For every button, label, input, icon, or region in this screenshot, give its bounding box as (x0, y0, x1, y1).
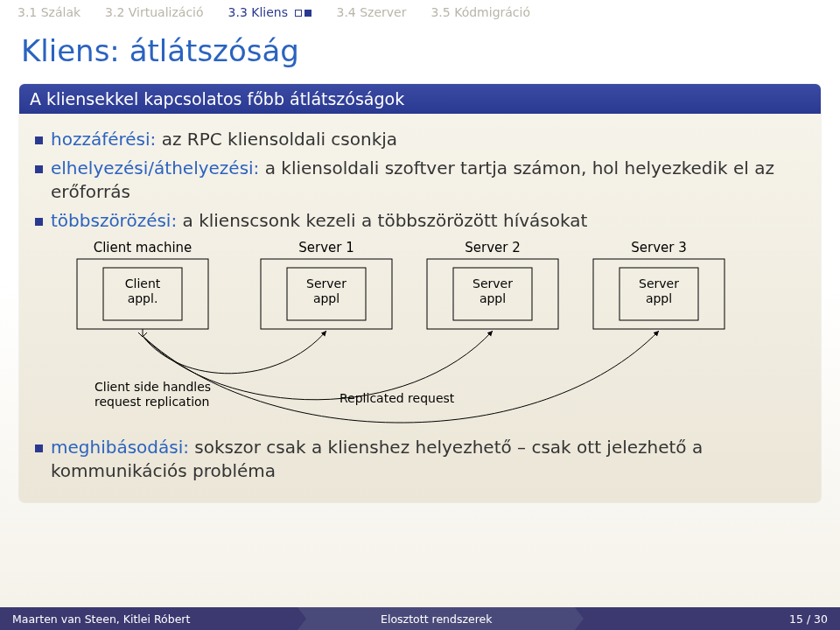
nav-item-threads[interactable]: 3.1 Szálak (18, 5, 80, 19)
diag-caption-right: Replicated request (340, 391, 455, 405)
content-block-title: A kliensekkel kapcsolatos főbb átlátszós… (19, 84, 821, 114)
bullet-replication: többszörözési: a klienscsonk kezeli a tö… (32, 209, 808, 430)
svg-text:appl: appl (646, 291, 672, 305)
content-block: A kliensekkel kapcsolatos főbb átlátszós… (19, 84, 821, 502)
nav-item-client[interactable]: 3.3 Kliens (228, 5, 312, 19)
bullet-list: hozzáférési: az RPC kliensoldali csonkja… (32, 128, 808, 483)
diag-caption-left-1: Client side handles (94, 380, 211, 394)
svg-text:Server: Server (639, 276, 679, 290)
nav-item-codemigration[interactable]: 3.5 Kódmigráció (430, 5, 530, 19)
bullet-location: elhelyezési/áthelyezési: a kliensoldali … (32, 157, 808, 204)
nav-item-virtualization[interactable]: 3.2 Virtualizáció (105, 5, 203, 19)
svg-text:Server: Server (472, 276, 513, 290)
svg-text:appl: appl (313, 291, 340, 305)
footer-course: Elosztott rendszerek (298, 607, 575, 630)
nav-progress-indicator (295, 10, 312, 17)
page-title: Kliens: átlátszóság (0, 26, 840, 72)
diag-box-s1: Server appl (261, 259, 392, 329)
bullet-rest: a klienscsonk kezeli a többszörözött hív… (177, 210, 587, 231)
svg-text:appl.: appl. (128, 291, 158, 305)
footer-page: 15 / 30 (575, 607, 840, 630)
footer-authors: Maarten van Steen, Kitlei Róbert (0, 607, 298, 630)
diag-col-client: Client machine (94, 240, 192, 256)
svg-text:appl: appl (480, 291, 506, 305)
nav-item-client-label: 3.3 Kliens (228, 5, 288, 19)
bullet-failure: meghibásodási: sokszor csak a klienshez … (32, 436, 808, 483)
diag-arc-3 (143, 331, 659, 423)
bullet-term: elhelyezési/áthelyezési: (51, 158, 259, 178)
svg-text:Server: Server (306, 276, 346, 290)
bullet-access: hozzáférési: az RPC kliensoldali csonkja (32, 128, 808, 151)
nav-dot-open (295, 10, 302, 17)
nav-dot-filled (304, 10, 312, 17)
diag-caption-left-2: request replication (94, 395, 210, 409)
bullet-term: hozzáférési: (51, 129, 156, 150)
section-nav: 3.1 Szálak 3.2 Virtualizáció 3.3 Kliens … (0, 0, 840, 26)
replication-diagram: Client machine Server 1 Server 2 Server … (51, 238, 808, 430)
bullet-rest: az RPC kliensoldali csonkja (156, 129, 397, 150)
diag-col-s2: Server 2 (465, 240, 521, 256)
diag-box-s2: Server appl (427, 259, 558, 329)
bullet-term: többszörözési: (51, 210, 177, 231)
svg-text:Client: Client (125, 276, 161, 290)
diag-col-s3: Server 3 (631, 240, 687, 256)
diag-col-s1: Server 1 (298, 240, 354, 256)
bullet-term: meghibásodási: (51, 437, 189, 458)
diag-box-client: Client appl. (77, 259, 208, 329)
nav-item-server[interactable]: 3.4 Szerver (336, 5, 406, 19)
slide-footer: Maarten van Steen, Kitlei Róbert Eloszto… (0, 607, 840, 630)
diag-arc-1 (143, 331, 326, 374)
diag-box-s3: Server appl (593, 259, 724, 329)
